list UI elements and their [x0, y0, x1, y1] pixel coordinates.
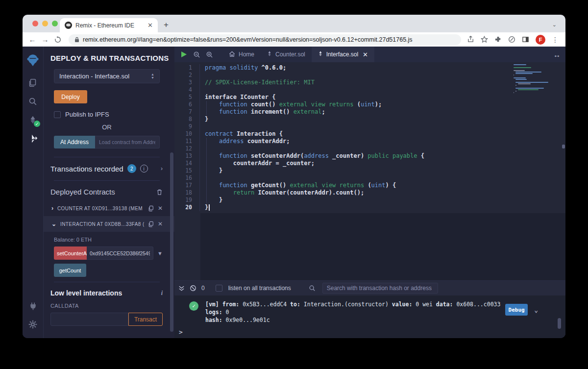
tx-log-text: [vm] from: 0x5B3...eddC4 to: Interaction…	[205, 300, 519, 324]
zoom-out-icon[interactable]	[190, 47, 203, 62]
code-line-7[interactable]: 7 function increment() external;	[174, 108, 565, 116]
remove-contract-icon[interactable]: ✕	[158, 221, 163, 227]
expand-chevron-icon[interactable]: ›	[51, 205, 53, 212]
remix-logo-icon[interactable]	[25, 51, 41, 69]
code-line-20[interactable]: 20}	[174, 204, 565, 211]
browser-actions: F ⋮	[467, 35, 561, 45]
expand-args-chevron-icon[interactable]: ▼	[157, 250, 163, 256]
forward-button[interactable]: →	[40, 35, 50, 45]
transaction-log-row[interactable]: ✓ [vm] from: 0x5B3...eddC4 to: Interacti…	[189, 300, 519, 324]
close-window-button[interactable]	[32, 21, 38, 26]
extensions-puzzle-icon[interactable]	[494, 36, 502, 43]
collapse-chevron-icon[interactable]: ⌄	[51, 221, 56, 227]
at-address-input[interactable]	[95, 136, 160, 148]
low-level-info-icon[interactable]: i	[161, 290, 163, 297]
code-line-16[interactable]: 16	[174, 174, 565, 182]
file-explorer-icon[interactable]	[25, 74, 41, 92]
at-address-button[interactable]: At Address	[54, 136, 95, 148]
select-arrows-icon: ▲▼	[151, 73, 154, 79]
get-count-button[interactable]: getCount	[54, 264, 86, 277]
code-line-6[interactable]: 6 function count() external view returns…	[174, 101, 565, 108]
profile-avatar[interactable]: F	[536, 35, 545, 45]
tab-counter-sol[interactable]: Counter.sol	[261, 47, 312, 62]
tab-list-caret-icon[interactable]: ⌄	[552, 22, 557, 28]
panel-scrollbar[interactable]	[170, 152, 173, 332]
clear-console-icon[interactable]	[190, 285, 196, 292]
publish-ipfs-row[interactable]: Publish to IPFS	[54, 111, 160, 118]
solidity-compiler-icon[interactable]: ✓	[25, 111, 41, 129]
transactions-count-badge: 2	[127, 164, 136, 173]
reload-button[interactable]	[53, 35, 63, 45]
sidebar-toggle-icon[interactable]	[522, 36, 529, 43]
editor-tabs: HomeCounter.solInterface.sol✕	[222, 47, 374, 62]
deploy-button[interactable]: Deploy	[54, 90, 87, 103]
tab-label: Interface.sol	[326, 51, 358, 58]
copy-icon[interactable]	[148, 221, 154, 227]
transact-button[interactable]: Transact	[128, 313, 163, 326]
remove-contract-icon[interactable]: ✕	[158, 205, 163, 212]
code-editor[interactable]: 1pragma solidity ^0.6.0;23// SPDX-Licens…	[174, 62, 565, 280]
tab-interface-sol[interactable]: Interface.sol✕	[312, 47, 374, 62]
code-line-18[interactable]: 18 return ICounter(counterAddr).count();	[174, 189, 565, 197]
browser-tab[interactable]: Remix - Ethereum IDE ✕	[60, 18, 158, 32]
bookmark-star-icon[interactable]	[481, 36, 488, 43]
share-icon[interactable]	[467, 36, 474, 43]
minimize-window-button[interactable]	[42, 21, 48, 26]
copy-icon[interactable]	[148, 205, 154, 212]
code-line-8[interactable]: 8}	[174, 116, 565, 123]
lock-icon	[74, 37, 79, 43]
minimap[interactable]	[514, 64, 559, 94]
code-line-9[interactable]: 9	[174, 123, 565, 130]
set-counter-addr-input[interactable]	[87, 246, 153, 260]
maximize-window-button[interactable]	[52, 21, 58, 26]
tab-close-icon[interactable]: ✕	[147, 22, 153, 28]
code-line-1[interactable]: 1pragma solidity ^0.6.0;	[174, 64, 565, 72]
log-expand-chevron-icon[interactable]: ⌄	[534, 306, 538, 314]
publish-ipfs-checkbox[interactable]	[54, 111, 61, 118]
search-icon[interactable]	[25, 93, 41, 110]
code-line-4[interactable]: 4	[174, 86, 565, 94]
chrome-menu-icon[interactable]: ⋮	[552, 36, 559, 44]
plugin-manager-icon[interactable]	[25, 297, 41, 315]
code-line-17[interactable]: 17 function getCount() external view ret…	[174, 182, 565, 189]
zoom-in-icon[interactable]	[203, 47, 216, 62]
deployed-contract-counter[interactable]: › COUNTER AT 0XD91...39138 (MEM ✕	[44, 200, 174, 216]
close-tab-icon[interactable]: ✕	[363, 51, 368, 58]
code-line-14[interactable]: 14 counterAddr = _counter;	[174, 160, 565, 167]
code-line-19[interactable]: 19 }	[174, 197, 565, 204]
settings-gear-icon[interactable]	[25, 316, 41, 333]
terminal-prompt[interactable]: >	[179, 328, 183, 336]
editor-scrollbar[interactable]	[562, 145, 565, 148]
code-line-10[interactable]: 10contract Interaction {	[174, 130, 565, 138]
contract-select[interactable]: Interaction - Interface.sol ▲▼	[54, 69, 160, 83]
set-counter-addr-button[interactable]: setCounterAd	[54, 246, 87, 260]
terminal-search-input[interactable]	[322, 283, 438, 294]
debug-button[interactable]: Debug	[505, 304, 528, 316]
expand-terminal-icon[interactable]	[178, 285, 185, 292]
info-icon[interactable]: i	[140, 165, 148, 172]
code-line-12[interactable]: 12	[174, 145, 565, 152]
transactions-expand-chevron-icon[interactable]: ›	[161, 165, 163, 172]
back-button[interactable]: ←	[27, 35, 37, 45]
code-line-13[interactable]: 13 function setCounterAddr(address _coun…	[174, 152, 565, 160]
code-line-15[interactable]: 15 }	[174, 167, 565, 174]
chrome-toolbar: ← → remix.ethereum.org/#lang=en&optimize…	[23, 32, 565, 47]
deployed-contract-interaction[interactable]: ⌄ INTERACTION AT 0XD8B...33FA8 (M ✕	[44, 216, 174, 232]
terminal-body[interactable]: ✓ [vm] from: 0x5B3...eddC4 to: Interacti…	[174, 295, 565, 338]
resize-horizontal-icon[interactable]: ↔	[553, 47, 561, 62]
publish-ipfs-label: Publish to IPFS	[65, 111, 109, 118]
url-bar[interactable]: remix.ethereum.org/#lang=en&optimize=fal…	[69, 34, 461, 45]
tab-home[interactable]: Home	[222, 47, 261, 62]
code-line-3[interactable]: 3// SPDX-License-Identifier: MIT	[174, 79, 565, 86]
listen-all-checkbox[interactable]	[216, 285, 222, 292]
calldata-input[interactable]	[50, 313, 128, 326]
code-line-5[interactable]: 5interface ICounter {	[174, 94, 565, 101]
code-line-2[interactable]: 2	[174, 72, 565, 79]
terminal-scrollbar[interactable]	[558, 318, 561, 329]
new-tab-button[interactable]: +	[164, 21, 169, 29]
extension-badge-icon[interactable]	[508, 36, 515, 43]
trash-icon[interactable]	[156, 189, 163, 196]
run-script-icon[interactable]	[177, 47, 190, 62]
deploy-run-icon[interactable]	[25, 130, 41, 148]
code-line-11[interactable]: 11 address counterAddr;	[174, 138, 565, 145]
